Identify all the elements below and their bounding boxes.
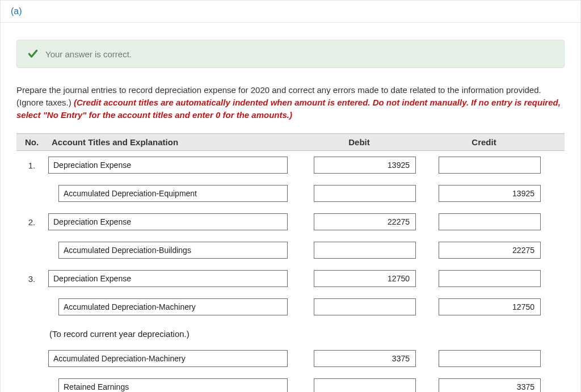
debit-cell (297, 183, 422, 204)
table-row (16, 293, 565, 321)
account-title-input[interactable] (58, 242, 288, 259)
credit-input[interactable] (439, 270, 541, 287)
entry-caption: (To record current year depreciation.) (48, 327, 293, 339)
credit-cell (422, 183, 546, 204)
table-row (16, 236, 565, 264)
account-title-input[interactable] (48, 213, 288, 230)
account-cell (47, 376, 297, 392)
account-cell (47, 296, 297, 318)
debit-cell (297, 211, 422, 233)
row-number: 1. (16, 157, 47, 174)
row-number (16, 383, 47, 390)
credit-input[interactable] (439, 185, 541, 202)
account-cell (47, 154, 297, 176)
debit-cell (297, 376, 422, 392)
credit-cell (422, 268, 546, 289)
credit-input[interactable] (439, 350, 541, 367)
table-body: 1.2.3.(To record current year depreciati… (16, 151, 565, 392)
question-instructions: Prepare the journal entries to record de… (16, 84, 565, 121)
credit-input[interactable] (439, 213, 541, 230)
credit-cell (422, 376, 546, 392)
account-title-input[interactable] (48, 350, 288, 367)
account-cell (47, 211, 297, 233)
account-cell (47, 268, 297, 289)
col-account: Account Titles and Explanation (47, 134, 297, 150)
credit-input[interactable] (439, 157, 541, 174)
account-title-input[interactable] (48, 157, 288, 174)
part-header: (a) (1, 1, 580, 23)
debit-input[interactable] (314, 298, 416, 315)
debit-cell (297, 348, 422, 369)
credit-input[interactable] (439, 298, 541, 315)
table-row: 2. (16, 208, 565, 236)
credit-cell (422, 348, 546, 369)
debit-input[interactable] (314, 242, 416, 259)
col-debit: Debit (297, 134, 422, 150)
debit-input[interactable] (314, 157, 416, 174)
credit-cell (422, 211, 546, 233)
row-number (16, 304, 47, 310)
credit-cell (422, 154, 546, 176)
row-number: 2. (16, 214, 47, 230)
table-row: (To record current year depreciation.) (16, 321, 565, 344)
row-number (16, 247, 47, 254)
account-title-input[interactable] (58, 185, 288, 202)
debit-input[interactable] (314, 213, 416, 230)
account-cell (47, 239, 297, 261)
account-cell (47, 348, 297, 369)
debit-input[interactable] (314, 350, 416, 367)
debit-cell (297, 268, 422, 289)
account-cell (47, 183, 297, 204)
alert-message: Your answer is correct. (45, 49, 132, 59)
instruction-note: (Credit account titles are automatically… (16, 98, 561, 120)
part-label: (a) (11, 6, 22, 16)
table-header-row: No. Account Titles and Explanation Debit… (16, 133, 565, 151)
col-credit: Credit (422, 134, 546, 150)
question-content: Your answer is correct. Prepare the jour… (1, 23, 580, 392)
credit-cell (422, 296, 546, 318)
row-number (16, 190, 47, 197)
table-row (16, 373, 565, 392)
debit-input[interactable] (314, 185, 416, 202)
table-row (16, 344, 565, 373)
row-number (16, 355, 47, 362)
credit-cell (422, 239, 546, 261)
credit-input[interactable] (439, 242, 541, 259)
debit-input[interactable] (314, 378, 416, 392)
table-row (16, 179, 565, 208)
account-title-input[interactable] (58, 378, 288, 392)
account-title-input[interactable] (48, 270, 288, 287)
journal-entry-table: No. Account Titles and Explanation Debit… (16, 133, 565, 392)
question-panel: (a) Your answer is correct. Prepare the … (0, 0, 581, 392)
debit-cell (297, 296, 422, 318)
col-no: No. (16, 134, 47, 150)
account-title-input[interactable] (58, 298, 288, 315)
table-row: 3. (16, 264, 565, 293)
account-cell: (To record current year depreciation.) (47, 324, 297, 341)
checkmark-icon (27, 48, 39, 60)
correct-answer-alert: Your answer is correct. (16, 40, 565, 68)
row-number (16, 330, 47, 336)
credit-input[interactable] (439, 378, 541, 392)
debit-cell (297, 239, 422, 261)
debit-cell (297, 154, 422, 176)
table-row: 1. (16, 151, 565, 179)
debit-input[interactable] (314, 270, 416, 287)
row-number: 3. (16, 271, 47, 287)
